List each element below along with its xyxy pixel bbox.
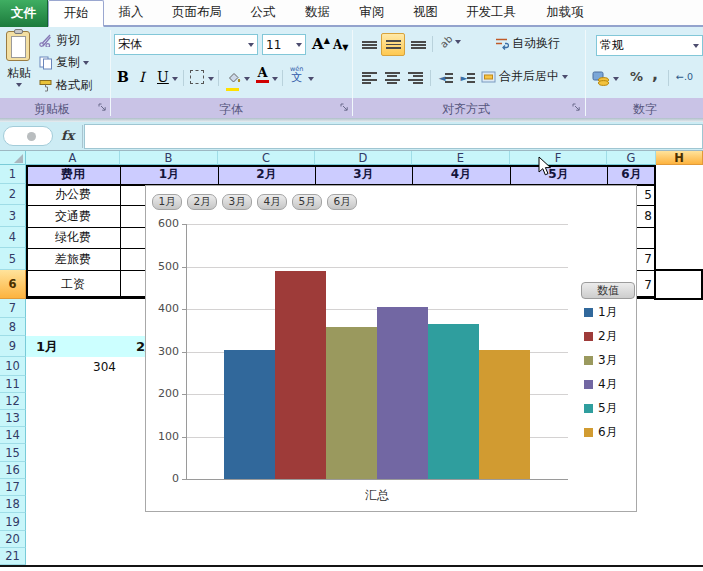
accounting-dropdown-arrow[interactable] xyxy=(613,77,619,81)
column-header-F[interactable]: F xyxy=(510,151,607,165)
row-header-1[interactable]: 1 xyxy=(0,165,26,184)
increase-decimal-button[interactable]: ←.0 xyxy=(676,71,693,82)
underline-dropdown-arrow[interactable] xyxy=(172,77,178,81)
font-size-dropdown-arrow[interactable] xyxy=(296,43,302,47)
font-dialog-launcher[interactable] xyxy=(339,102,349,112)
bold-button[interactable]: B xyxy=(117,69,129,85)
tab-数据[interactable]: 数据 xyxy=(290,0,345,25)
align-right-button[interactable] xyxy=(404,69,426,87)
align-center-button[interactable] xyxy=(381,69,403,87)
font-name-dropdown-arrow[interactable] xyxy=(248,43,254,47)
phonetic-guide-button[interactable]: wén 文 xyxy=(290,66,303,83)
clipboard-dialog-launcher[interactable] xyxy=(97,102,107,112)
table-header-cell[interactable]: 4月 xyxy=(412,165,510,184)
column-header-B[interactable]: B xyxy=(120,151,218,165)
paste-button[interactable]: 粘贴 xyxy=(2,29,38,95)
merge-center-button[interactable]: 合并后居中 xyxy=(481,68,568,85)
chart-legend-item-4月[interactable]: 4月 xyxy=(584,376,618,393)
chart-filter-button-5月[interactable]: 5月 xyxy=(292,194,322,210)
merge-center-dropdown-arrow[interactable] xyxy=(562,75,568,79)
row-header-15[interactable]: 15 xyxy=(0,444,26,462)
comma-style-button[interactable]: , xyxy=(652,65,658,84)
table-header-cell[interactable]: 3月 xyxy=(315,165,412,184)
wrap-text-button[interactable]: 自动换行 xyxy=(494,35,560,52)
table-row-label[interactable]: 差旅费 xyxy=(26,248,120,270)
tab-开始[interactable]: 开始 xyxy=(48,0,104,27)
shrink-font-button[interactable]: A▼ xyxy=(333,38,348,52)
tab-插入[interactable]: 插入 xyxy=(104,0,158,25)
row-header-12[interactable]: 12 xyxy=(0,393,26,410)
chart-filter-button-2月[interactable]: 2月 xyxy=(187,194,217,210)
insert-function-button[interactable]: fx xyxy=(61,128,74,143)
copy-button[interactable]: 复制 xyxy=(39,54,89,71)
chart-legend-item-1月[interactable]: 1月 xyxy=(584,304,618,321)
column-header-G[interactable]: G xyxy=(607,151,656,165)
fill-color-dropdown-arrow[interactable] xyxy=(244,77,250,81)
underline-button[interactable]: U xyxy=(157,69,169,85)
worksheet[interactable]: 1月2月3月4月5月6月6005004003002001000汇总数值1月2月3… xyxy=(0,151,703,567)
chart-bar-3月[interactable] xyxy=(326,327,377,479)
decrease-indent-button[interactable]: ◄ xyxy=(436,69,456,87)
column-header-H[interactable]: H xyxy=(656,151,703,165)
table-header-cell[interactable]: 6月 xyxy=(607,165,656,184)
formula-input[interactable] xyxy=(84,124,703,149)
table-row-label[interactable]: 工资 xyxy=(26,270,120,299)
row-header-13[interactable]: 13 xyxy=(0,410,26,427)
font-size-combo[interactable]: 11 xyxy=(262,34,306,55)
name-box[interactable] xyxy=(3,126,53,146)
chart-filter-button-1月[interactable]: 1月 xyxy=(152,194,182,210)
column-header-E[interactable]: E xyxy=(412,151,510,165)
row-header-5[interactable]: 5 xyxy=(0,248,26,270)
chart-legend-item-2月[interactable]: 2月 xyxy=(584,328,618,345)
select-all-corner[interactable] xyxy=(0,151,26,165)
chart-legend-item-3月[interactable]: 3月 xyxy=(584,352,618,369)
table-row-label[interactable]: 交通费 xyxy=(26,205,120,227)
cell-A10[interactable]: 304 xyxy=(26,357,120,376)
tab-开发工具[interactable]: 开发工具 xyxy=(452,0,530,25)
chart-bar-5月[interactable] xyxy=(428,324,479,479)
orientation-dropdown-arrow[interactable] xyxy=(455,40,461,44)
table-row-label[interactable]: 办公费 xyxy=(26,184,120,205)
pivot-chart[interactable]: 1月2月3月4月5月6月6005004003002001000汇总数值1月2月3… xyxy=(145,185,637,512)
tab-页面布局[interactable]: 页面布局 xyxy=(158,0,236,25)
grow-font-button[interactable]: A▲ xyxy=(312,35,330,53)
table-header-cell[interactable]: 2月 xyxy=(218,165,315,184)
number-format-dropdown-arrow[interactable] xyxy=(693,44,699,48)
chart-legend-item-6月[interactable]: 6月 xyxy=(584,424,618,441)
chart-bar-4月[interactable] xyxy=(377,307,428,479)
italic-button[interactable]: I xyxy=(139,69,145,85)
table-header-cell[interactable]: 1月 xyxy=(120,165,218,184)
table-header-cell[interactable]: 5月 xyxy=(510,165,607,184)
row-header-11[interactable]: 11 xyxy=(0,376,26,393)
tab-文件[interactable]: 文件 xyxy=(0,0,48,27)
align-bottom-button[interactable] xyxy=(407,35,429,55)
chart-bar-1月[interactable] xyxy=(224,350,275,479)
table-row-label[interactable]: 绿化费 xyxy=(26,227,120,248)
increase-indent-button[interactable]: ► xyxy=(458,69,478,87)
row-header-21[interactable]: 21 xyxy=(0,548,26,565)
borders-dropdown-arrow[interactable] xyxy=(208,77,214,81)
column-header-C[interactable]: C xyxy=(218,151,315,165)
cell-A9[interactable]: 1月 xyxy=(26,336,120,357)
row-header-4[interactable]: 4 xyxy=(0,227,26,248)
column-header-D[interactable]: D xyxy=(315,151,412,165)
tab-视图[interactable]: 视图 xyxy=(399,0,452,25)
paste-dropdown-arrow[interactable] xyxy=(16,83,22,87)
cut-button[interactable]: 剪切 xyxy=(39,32,80,49)
alignment-dialog-launcher[interactable] xyxy=(571,102,581,112)
font-color-dropdown-arrow[interactable] xyxy=(272,77,278,81)
column-header-A[interactable]: A xyxy=(26,151,120,165)
row-header-17[interactable]: 17 xyxy=(0,479,26,496)
table-header-cell[interactable]: 费用 xyxy=(26,165,120,184)
row-header-10[interactable]: 10 xyxy=(0,357,26,376)
row-header-16[interactable]: 16 xyxy=(0,462,26,479)
align-left-button[interactable] xyxy=(358,69,380,87)
row-header-8[interactable]: 8 xyxy=(0,318,26,336)
format-painter-button[interactable]: 格式刷 xyxy=(39,77,92,94)
borders-button[interactable] xyxy=(190,70,204,84)
accounting-format-button[interactable] xyxy=(592,71,619,86)
chart-bar-2月[interactable] xyxy=(275,271,326,479)
percent-style-button[interactable]: % xyxy=(630,69,643,84)
fill-color-button[interactable] xyxy=(226,68,241,91)
orientation-button[interactable]: ab xyxy=(440,36,461,47)
